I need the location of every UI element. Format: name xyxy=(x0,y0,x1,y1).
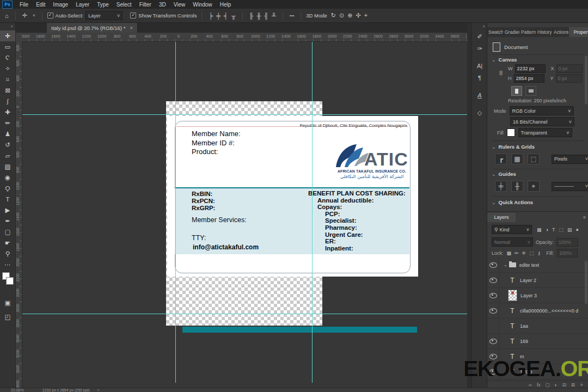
filter-toggle-icon[interactable]: ● xyxy=(575,227,578,232)
zoom-tool[interactable]: ⚲ xyxy=(0,248,15,259)
layer-visibility-toggle[interactable] xyxy=(487,288,499,303)
type-tool[interactable]: T xyxy=(0,194,15,205)
layer-visibility-toggle[interactable] xyxy=(487,303,499,318)
fill-dropdown[interactable]: Transparent˅ xyxy=(518,128,572,137)
paragraph-panel-icon[interactable]: ¶ xyxy=(472,72,487,84)
link-dimensions-icon[interactable]: 8 xyxy=(499,70,503,76)
layer-group-icon[interactable]: ⊟ xyxy=(562,382,566,388)
menu-item[interactable]: Layer xyxy=(72,2,93,8)
character-panel-icon[interactable]: A| xyxy=(472,60,487,72)
menu-item[interactable]: Select xyxy=(113,2,136,8)
tab-properties[interactable]: Properties xyxy=(569,27,588,37)
crop-tool[interactable]: ⌗ xyxy=(0,74,15,85)
distribute-center-icon[interactable]: ╫ xyxy=(255,13,262,19)
layer-visibility-toggle[interactable] xyxy=(487,258,499,272)
layer-visibility-toggle[interactable] xyxy=(487,334,499,348)
layer-row[interactable]: ⌄ T Layer 3 xyxy=(487,288,588,303)
auto-select-dropdown[interactable]: Layer ˅ xyxy=(85,11,122,20)
clone-stamp-tool[interactable]: ♟ xyxy=(0,128,15,139)
panel-tab[interactable]: Swatches xyxy=(487,27,504,37)
shape-tool[interactable]: ▢ xyxy=(0,226,15,237)
blur-tool[interactable]: ◉ xyxy=(0,172,15,183)
distribute-left-icon[interactable]: ╟ xyxy=(248,13,255,19)
layer-visibility-toggle[interactable] xyxy=(487,273,499,287)
layer-row[interactable]: ⌄ T 1aa xyxy=(487,318,588,334)
lasso-tool[interactable]: Ϛ xyxy=(0,52,15,63)
brushes-icon[interactable]: ✑ xyxy=(472,42,487,54)
layer-row[interactable]: ⌄ T Layer 2 xyxy=(487,273,588,288)
opacity-field[interactable]: 100% xyxy=(556,238,578,247)
vertical-guide[interactable] xyxy=(312,41,313,383)
units-dropdown[interactable]: Pixels˅ xyxy=(552,155,588,164)
more-options-icon[interactable]: ••• xyxy=(288,13,296,18)
object-selection-tool[interactable]: ✧ xyxy=(0,63,15,74)
fill-field[interactable]: 100% xyxy=(557,249,578,258)
3d-pan-icon[interactable]: ⊕ xyxy=(346,12,354,19)
dock-collapse-icon[interactable]: » xyxy=(472,23,487,30)
chevron-down-icon[interactable]: ⌄ xyxy=(492,171,496,177)
history-brush-tool[interactable]: ↺ xyxy=(0,139,15,150)
3d-panel-icon[interactable]: ◇ xyxy=(472,107,487,119)
filter-smart-objects-icon[interactable]: ▤ xyxy=(567,227,572,232)
lock-all-icon[interactable]: ⚷ xyxy=(537,250,541,256)
distribute-bottom-icon[interactable]: ╨ xyxy=(270,13,278,19)
lock-artboard-icon[interactable]: ⬚ xyxy=(529,250,534,256)
vertical-ruler[interactable]: 8006004002000200400600800100012001400160… xyxy=(15,41,22,388)
adjustment-layer-icon[interactable]: ◐ xyxy=(555,382,558,388)
fill-swatch[interactable] xyxy=(507,128,515,137)
menu-item[interactable]: File xyxy=(16,2,32,8)
3d-slide-icon[interactable]: ✣ xyxy=(354,12,362,19)
3d-orbit-icon[interactable]: ↻ xyxy=(329,12,338,19)
layers-scrollbar[interactable] xyxy=(585,261,587,304)
gradient-tool[interactable]: ▨ xyxy=(0,161,15,172)
smart-guides-icon[interactable]: ╫ xyxy=(511,181,523,192)
orientation-landscape-button[interactable] xyxy=(525,86,536,96)
properties-scrollbar[interactable] xyxy=(585,56,587,105)
layer-filter-dropdown[interactable]: ⚲Kind ˅ xyxy=(492,225,532,234)
filter-shape-layers-icon[interactable]: ⬚ xyxy=(559,227,564,232)
chevron-down-icon[interactable]: ⌄ xyxy=(492,144,496,150)
layer-row[interactable]: ⌄ T edite text xyxy=(487,258,588,273)
show-transform-checkbox[interactable]: ✓ xyxy=(130,13,136,19)
3d-roll-icon[interactable]: ⊙ xyxy=(338,12,346,19)
layer-row[interactable]: ⌄ T 169 xyxy=(487,334,588,349)
filter-adjustment-layers-icon[interactable]: ◑ xyxy=(546,227,548,232)
insurance-card[interactable]: Republic of Djibouti, Cite Eingualla, Co… xyxy=(167,116,418,277)
edit-toolbar-icon[interactable]: ⋯ xyxy=(0,259,15,270)
group-chevron-icon[interactable]: ⌄ xyxy=(504,262,507,267)
layer-effects-icon[interactable]: fx xyxy=(537,382,541,388)
panel-tab[interactable]: History xyxy=(536,27,553,37)
orientation-portrait-button[interactable] xyxy=(511,86,522,96)
layer-visibility-toggle[interactable] xyxy=(487,318,499,333)
lock-transparency-icon[interactable]: ▩ xyxy=(507,250,512,256)
marquee-tool[interactable]: ▭ xyxy=(0,41,15,52)
menu-item[interactable]: View xyxy=(170,2,189,8)
background-color-swatch[interactable] xyxy=(6,277,14,285)
vertical-guide[interactable] xyxy=(175,41,176,383)
align-top-icon[interactable]: ╥ xyxy=(230,13,237,19)
layer-row[interactable]: ⌄ T cilla0000000...<<<<<<<0 d xyxy=(487,303,588,318)
panel-divider[interactable] xyxy=(467,23,471,388)
3d-zoom-icon[interactable]: ⌖ xyxy=(363,12,369,19)
pixel-grid-toggle-icon[interactable]: ⬚ xyxy=(528,154,540,164)
filter-pixel-layers-icon[interactable]: ▩ xyxy=(537,227,542,232)
screen-mode-icon[interactable]: ◰ xyxy=(0,311,15,322)
panel-tab[interactable]: Actions xyxy=(553,27,569,37)
brush-tool[interactable]: ✏ xyxy=(0,118,15,128)
glyphs-panel-icon[interactable]: A xyxy=(472,89,487,101)
layer-mask-icon[interactable]: ▢ xyxy=(546,382,550,388)
bit-depth-dropdown[interactable]: 16 Bits/Channel˅ xyxy=(510,117,574,126)
horizontal-guide[interactable] xyxy=(22,314,467,314)
panel-tab[interactable]: Gradients xyxy=(504,27,520,37)
horizontal-ruler[interactable]: 2000180016001400120010008006004002000200… xyxy=(22,33,467,42)
height-field[interactable]: 2854 px xyxy=(514,74,544,83)
guide-toggle-icon[interactable]: ╪ xyxy=(495,181,507,192)
distribute-right-icon[interactable]: ╢ xyxy=(262,13,270,19)
menu-item[interactable]: Image xyxy=(49,2,72,8)
blend-mode-dropdown[interactable]: Normal˅ xyxy=(492,237,533,247)
healing-brush-tool[interactable]: ✚ xyxy=(0,107,15,118)
link-layers-icon[interactable]: ∞ xyxy=(529,382,532,388)
menu-item[interactable]: Help xyxy=(216,2,235,8)
ruler-toggle-icon[interactable]: ┏ xyxy=(495,154,507,164)
canvas-area[interactable]: Republic of Djibouti, Cite Eingualla, Co… xyxy=(22,41,467,383)
